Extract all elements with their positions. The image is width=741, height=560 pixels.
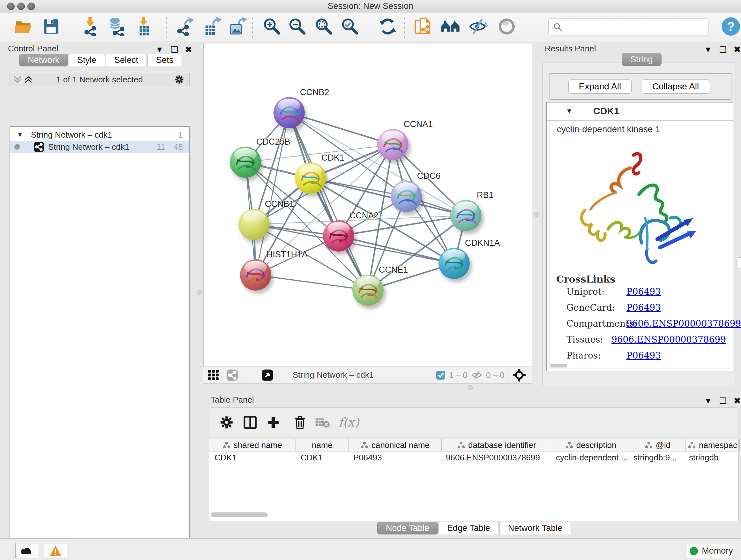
table-cell[interactable]: CDK1 — [295, 451, 348, 463]
column-header-database-identifier[interactable]: database identifier — [442, 439, 552, 451]
panel-dropdown-icon[interactable]: ▼ — [704, 45, 712, 55]
memory-button[interactable]: Memory — [687, 544, 736, 558]
save-session-icon[interactable] — [40, 15, 63, 38]
node-section-header[interactable]: ▼ CDK1 — [547, 103, 733, 121]
import-network-file-icon[interactable] — [79, 15, 103, 38]
hide-eye-icon[interactable] — [467, 15, 489, 38]
network-node-CCNE1[interactable] — [352, 274, 384, 306]
column-header-shared-name[interactable]: shared name — [209, 439, 296, 451]
crosslink-link[interactable]: P06493 — [626, 302, 661, 313]
network-node-CDC6[interactable] — [391, 181, 422, 212]
update-icon[interactable] — [376, 15, 399, 38]
import-network-database-icon[interactable] — [106, 15, 129, 38]
table-cell[interactable]: stringdb:9... — [628, 451, 684, 463]
fit-content-icon[interactable] — [313, 15, 335, 38]
panel-edge-grip[interactable] — [737, 257, 741, 269]
panel-dropdown-icon[interactable]: ▼ — [704, 396, 712, 406]
results-hscrollbar[interactable] — [550, 364, 567, 368]
network-edge[interactable] — [289, 113, 368, 290]
plus-icon[interactable] — [263, 412, 283, 433]
network-node-CDKN1A[interactable] — [439, 248, 470, 279]
table-row[interactable]: CDK1CDK1P064939606.ENSP00000378699cyclin… — [209, 451, 738, 463]
table-cell[interactable]: P06493 — [348, 451, 441, 463]
column-header-canonical-name[interactable]: canonical name — [349, 439, 442, 451]
birds-eye-view-icon[interactable] — [513, 369, 526, 381]
export-table-icon[interactable] — [201, 15, 224, 38]
table-hscrollbar[interactable] — [211, 512, 268, 517]
tab-string[interactable]: String — [622, 53, 662, 66]
cloud-button[interactable] — [15, 543, 38, 558]
tab-network-table[interactable]: Network Table — [499, 522, 571, 535]
network-node-CCNA2[interactable] — [323, 220, 354, 252]
section-expander-icon[interactable]: ▼ — [566, 107, 573, 115]
network-node-CDK1[interactable] — [295, 163, 326, 194]
network-view-mode-icon[interactable] — [226, 369, 239, 381]
tab-style[interactable]: Style — [69, 54, 105, 66]
node-table[interactable]: shared namenamecanonical namedatabase id… — [209, 439, 738, 521]
export-network-icon[interactable] — [174, 15, 197, 38]
panel-close-icon[interactable]: ✖ — [734, 396, 741, 406]
delete-table-icon[interactable] — [312, 412, 333, 433]
panel-close-icon[interactable]: ✖ — [734, 45, 741, 55]
search-box[interactable] — [548, 18, 709, 36]
gear-icon[interactable] — [175, 75, 184, 84]
table-cell[interactable]: cyclin-dependent ... — [551, 451, 628, 463]
table-cell[interactable]: 9606.ENSP00000378699 — [441, 451, 551, 463]
tab-node-table[interactable]: Node Table — [377, 522, 438, 535]
expand-all-button[interactable]: Expand All — [568, 79, 631, 94]
hidden-eye-icon[interactable] — [471, 370, 483, 380]
network-collection-row[interactable]: ▼ String Network – cdk1 1 — [10, 129, 189, 141]
network-canvas[interactable]: CCNB2CCNA1CDC25BCDK1CDC6RB1CCNB1CCNA2CDK… — [203, 43, 532, 367]
collapse-all-button[interactable]: Collapse All — [641, 79, 710, 94]
export-image-icon[interactable] — [226, 15, 249, 38]
network-node-CCNA1[interactable] — [377, 129, 408, 160]
function-builder-icon[interactable]: f(x) — [334, 412, 363, 433]
tab-edge-table[interactable]: Edge Table — [439, 522, 499, 535]
column-header-namespac[interactable]: namespac — [686, 439, 740, 451]
left-splitter-handle[interactable] — [197, 290, 202, 295]
tree-expander-icon[interactable]: ▼ — [17, 131, 23, 138]
selected-checkbox-icon[interactable] — [436, 370, 446, 380]
table-cell[interactable]: CDK1 — [209, 451, 295, 463]
column-header-@id[interactable]: @id — [630, 439, 686, 451]
houses-icon[interactable] — [439, 15, 462, 38]
network-edge[interactable] — [256, 275, 368, 290]
zoom-out-icon[interactable] — [286, 15, 309, 38]
column-header-description[interactable]: description — [552, 439, 630, 451]
tab-network[interactable]: Network — [19, 54, 68, 66]
trash-icon[interactable] — [290, 412, 310, 433]
panel-float-icon[interactable]: ❑ — [171, 45, 178, 55]
network-node-HIST1H1A[interactable] — [240, 259, 271, 291]
network-row-selected[interactable]: String Network – cdk1 11 48 — [10, 141, 189, 153]
network-node-RB1[interactable] — [450, 200, 482, 231]
network-node-CCNB2[interactable] — [273, 97, 305, 128]
table-splitter-handle[interactable] — [468, 385, 473, 390]
network-node-CCNB1[interactable] — [239, 209, 270, 240]
gear-icon[interactable] — [216, 412, 237, 433]
search-input[interactable] — [565, 20, 704, 33]
help-icon[interactable]: ? — [719, 15, 741, 38]
panel-float-icon[interactable]: ❑ — [719, 45, 727, 55]
crosslink-link[interactable]: P06493 — [626, 350, 661, 361]
zoom-selected-icon[interactable] — [339, 15, 361, 38]
panel-float-icon[interactable]: ❑ — [719, 396, 727, 406]
crosslink-link[interactable]: 9606.ENSP00000378699 — [626, 318, 741, 329]
crosslink-link[interactable]: 9606.ENSP00000378699 — [611, 334, 726, 345]
copy-document-icon[interactable] — [411, 15, 434, 38]
import-table-file-icon[interactable] — [133, 15, 156, 38]
crosslink-link[interactable]: P06493 — [626, 287, 661, 297]
tab-sets[interactable]: Sets — [147, 54, 182, 66]
warning-button[interactable] — [44, 543, 67, 558]
network-node-CDC25B[interactable] — [230, 146, 261, 178]
table-cell[interactable]: stringdb — [684, 451, 738, 463]
tab-select[interactable]: Select — [106, 54, 147, 66]
panel-dropdown-icon[interactable]: ▼ — [155, 45, 164, 55]
right-splitter-handle[interactable] — [534, 212, 539, 217]
zoom-in-icon[interactable] — [260, 15, 283, 38]
sphere-eye-icon[interactable] — [495, 15, 518, 38]
open-session-icon[interactable] — [12, 15, 36, 38]
grid-mode-icon[interactable] — [208, 369, 219, 381]
column-header-name[interactable]: name — [296, 439, 349, 451]
columns-icon[interactable] — [240, 412, 260, 433]
panel-close-icon[interactable]: ✖ — [185, 45, 192, 55]
